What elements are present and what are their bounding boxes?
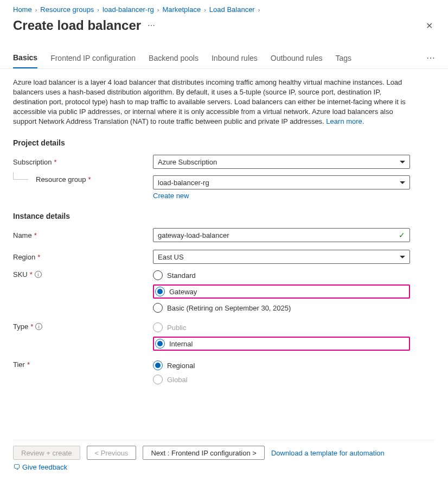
section-project-details: Project details xyxy=(13,138,410,147)
type-public-radio: Public xyxy=(153,322,410,332)
chevron-right-icon: › xyxy=(157,7,159,13)
content: Azure load balancer is a layer 4 load ba… xyxy=(0,69,423,384)
resource-group-select[interactable]: load-balancer-rg xyxy=(153,175,410,189)
chevron-right-icon: › xyxy=(204,7,206,13)
page-title: Create load balancer xyxy=(13,18,141,33)
sku-basic-radio[interactable]: Basic (Retiring on September 30, 2025) xyxy=(153,303,410,313)
tabs: Basics Frontend IP configuration Backend… xyxy=(0,33,448,69)
intro-text: Azure load balancer is a layer 4 load ba… xyxy=(13,78,410,126)
subscription-select[interactable]: Azure Subscription xyxy=(153,155,410,169)
give-feedback-link[interactable]: Give feedback xyxy=(22,463,67,471)
tier-regional-radio[interactable]: Regional xyxy=(153,360,410,370)
section-instance-details: Instance details xyxy=(13,212,410,220)
name-input[interactable]: gateway-load-balancer ✓ xyxy=(153,228,410,242)
chevron-right-icon: › xyxy=(258,7,260,13)
tier-label: Tier* xyxy=(13,360,153,369)
breadcrumb-home[interactable]: Home xyxy=(13,5,32,14)
breadcrumb-rg[interactable]: load-balancer-rg xyxy=(103,5,154,14)
breadcrumb-resource-groups[interactable]: Resource groups xyxy=(40,5,94,14)
tab-outbound-rules[interactable]: Outbound rules xyxy=(271,54,323,68)
type-radio-group: Public Internal xyxy=(153,322,410,351)
tab-basics[interactable]: Basics xyxy=(13,53,37,68)
resource-group-label: Resource group* xyxy=(13,175,153,183)
create-new-rg-link[interactable]: Create new xyxy=(153,192,189,200)
tab-backend-pools[interactable]: Backend pools xyxy=(149,54,199,68)
more-icon[interactable]: ⋯ xyxy=(148,21,155,30)
tier-global-radio: Global xyxy=(153,375,410,384)
subscription-label: Subscription* xyxy=(13,158,153,166)
breadcrumb: Home › Resource groups › load-balancer-r… xyxy=(0,0,448,14)
download-template-link[interactable]: Download a template for automation xyxy=(271,449,385,457)
tier-radio-group: Regional Global xyxy=(153,360,410,384)
review-create-button: Review + create xyxy=(13,446,80,460)
region-select[interactable]: East US xyxy=(153,250,410,264)
breadcrumb-load-balancer[interactable]: Load Balancer xyxy=(209,5,255,14)
tab-frontend-ip[interactable]: Frontend IP configuration xyxy=(50,54,136,68)
sku-label: SKU* i xyxy=(13,270,153,279)
tabs-more-icon[interactable]: ⋯ xyxy=(426,53,435,68)
type-internal-radio[interactable]: Internal xyxy=(153,337,410,351)
info-icon[interactable]: i xyxy=(35,271,42,278)
sku-standard-radio[interactable]: Standard xyxy=(153,270,410,280)
learn-more-link[interactable]: Learn more. xyxy=(326,117,364,125)
footer: Review + create < Previous Next : Fronte… xyxy=(0,440,448,471)
chevron-right-icon: › xyxy=(97,7,99,13)
breadcrumb-marketplace[interactable]: Marketplace xyxy=(162,5,201,14)
sku-radio-group: Standard Gateway Basic (Retiring on Sept… xyxy=(153,270,410,313)
feedback-icon: 🗨 xyxy=(13,463,20,471)
tab-inbound-rules[interactable]: Inbound rules xyxy=(212,54,258,68)
info-icon[interactable]: i xyxy=(35,323,42,330)
page-header: Create load balancer ⋯ ✕ xyxy=(0,14,448,33)
chevron-right-icon: › xyxy=(35,7,37,13)
sku-gateway-radio[interactable]: Gateway xyxy=(153,284,410,299)
previous-button: < Previous xyxy=(87,446,137,460)
region-label: Region* xyxy=(13,253,153,261)
check-icon: ✓ xyxy=(399,231,405,239)
close-icon[interactable]: ✕ xyxy=(424,18,435,33)
tab-tags[interactable]: Tags xyxy=(336,54,352,68)
name-label: Name* xyxy=(13,231,153,239)
next-button[interactable]: Next : Frontend IP configuration > xyxy=(143,446,265,460)
type-label: Type* i xyxy=(13,322,153,331)
